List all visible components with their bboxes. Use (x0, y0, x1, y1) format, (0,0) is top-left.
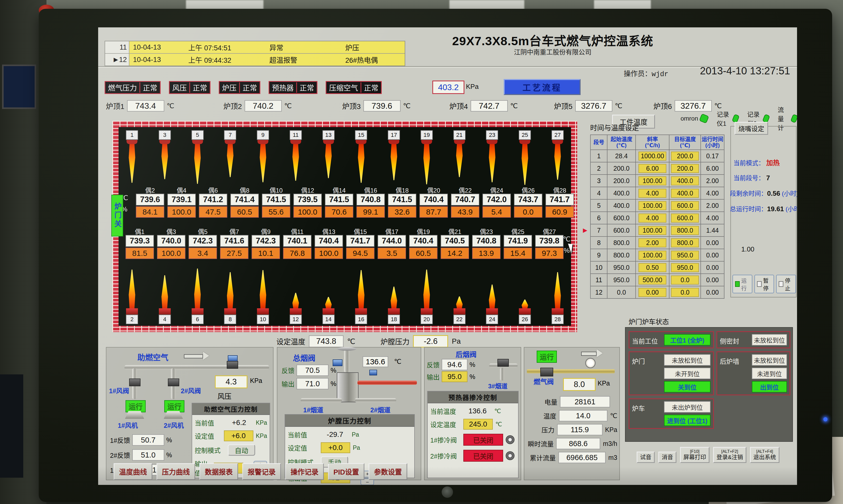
bottom-tab[interactable]: PID设置 (328, 463, 364, 480)
program-cell-value: 800.0 (671, 226, 699, 235)
alarm-list[interactable]: 1110-04-13上午 07:54:51异常炉压▶1210-04-13上午 0… (105, 41, 405, 66)
operator-label: 操作员： (624, 70, 652, 78)
program-row[interactable]: 120.00.000.00.00 (590, 286, 724, 299)
system-button[interactable]: [F10]屏幕打印 (680, 447, 710, 463)
program-cell[interactable]: 200.0 (669, 162, 701, 175)
pause-button[interactable]: 暂停 (754, 275, 774, 293)
program-cell[interactable]: 600.0 (669, 212, 701, 224)
program-cell[interactable]: 4.00 (635, 212, 669, 224)
control-row: 设定值+6.0KPa (195, 430, 267, 441)
system-button[interactable]: [ALT+F2]登录&注销 (713, 447, 747, 463)
program-row[interactable]: 128.41000.00200.00.17 (590, 150, 724, 162)
gas-valve-label: 燃气阀 (534, 376, 554, 386)
control-setpoint-value[interactable]: +6.0 (224, 430, 253, 441)
program-cell[interactable]: 100.00 (635, 249, 669, 261)
stop-button[interactable]: 停止 (776, 275, 796, 293)
duct2-pipe (355, 398, 396, 402)
process-flow-button[interactable]: 工艺流程 (504, 79, 580, 95)
thermocouple-label: 偶8 (240, 185, 249, 194)
burner-base-icon (453, 308, 465, 314)
control-setpoint-value[interactable]: +0.0 (321, 442, 350, 453)
system-button[interactable]: [ALT+F4]退出系统 (750, 447, 779, 463)
alarm-row[interactable]: 1110-04-13上午 07:54:51异常炉压 (105, 41, 405, 54)
system-button-label: 试音 (640, 454, 651, 461)
burner-base-icon (192, 308, 203, 314)
program-cell[interactable]: 800.0 (669, 236, 701, 249)
program-cell[interactable]: 100.00 (635, 224, 669, 236)
program-cell[interactable]: 6.00 (635, 162, 669, 175)
burner-settings-button[interactable]: 烧嘴设定 (735, 122, 768, 135)
program-cell[interactable]: 0.00 (635, 286, 669, 299)
program-cell[interactable]: 0.50 (635, 261, 669, 274)
program-cell[interactable]: 100.00 (635, 175, 669, 187)
thermocouple-output-value: 43.9 (451, 206, 479, 218)
program-row[interactable]: 10950.00.50950.00.00 (590, 261, 724, 274)
control-setpoint-value[interactable]: 245.0 (463, 419, 493, 430)
thermocouple: 偶6741.247.5 (199, 185, 228, 218)
program-cell: 0.0 (607, 286, 635, 299)
program-row[interactable]: 2200.06.00200.06.00 (590, 162, 724, 175)
system-button[interactable]: 消音 (658, 452, 677, 463)
mode-button[interactable]: 自动 (228, 444, 255, 456)
program-row[interactable]: 3200.0100.00400.02.00 (590, 175, 724, 187)
system-button[interactable]: 试音 (636, 452, 655, 463)
program-cell-value: 1000.00 (639, 151, 666, 161)
program-cell[interactable]: 0.0 (669, 274, 701, 286)
program-row[interactable]: 8800.02.00800.00.00 (590, 236, 724, 249)
air-feedback-value: 50.7 (132, 434, 164, 446)
program-row[interactable]: 6600.04.00600.04.00 (590, 212, 724, 224)
burner-base-icon (126, 308, 138, 314)
run-button[interactable]: 运行 (733, 275, 752, 293)
alarm-date: 10-04-13 (129, 54, 185, 66)
thermocouple-label: 偶6 (208, 185, 218, 194)
program-row[interactable]: 9800.0100.00950.00.00 (590, 249, 724, 261)
bottom-tab[interactable]: 参数设置 (369, 463, 407, 480)
bottom-tab[interactable]: 操作记录 (285, 463, 324, 480)
program-cell[interactable]: 950.0 (669, 249, 701, 261)
compressed-air-pressure-value: 403.2 (432, 80, 464, 94)
program-cell[interactable]: 2.00 (635, 236, 669, 249)
burner-number: 28 (551, 314, 564, 324)
program-cell[interactable]: 400.0 (669, 187, 701, 199)
power-led[interactable] (823, 417, 827, 421)
program-cell[interactable]: 950.0 (669, 261, 701, 274)
bottom-tab[interactable]: 温度曲线 (114, 463, 153, 480)
burner-number: 1 (126, 130, 138, 140)
program-row[interactable]: 4400.04.00400.04.00 (590, 187, 724, 199)
gas-panel: 运行 燃气阀 8.0 KPa 电量28161温度14.0℃压力115.9KPa瞬… (524, 347, 620, 480)
program-row[interactable]: ▶7600.0100.00800.01.44 (590, 224, 724, 236)
status-chip: 未放松到位 (752, 354, 787, 366)
program-row[interactable]: 5400.0100.00600.02.00 (590, 199, 724, 212)
fan1-label: 1#风机 (118, 420, 138, 430)
program-cell[interactable]: 500.00 (635, 274, 669, 286)
burner-base-icon (323, 308, 335, 314)
program-cell[interactable]: 0.0 (669, 286, 701, 299)
program-cell[interactable]: 200.0 (669, 150, 701, 162)
program-table[interactable]: 段号起始温度 (℃)斜率 (℃/h)目标温度 (℃)运行时间 (小时)128.4… (590, 134, 724, 299)
smoke-valve-handle (337, 347, 356, 350)
bottom-burner: 16 (353, 270, 369, 324)
valve-actuator-icon[interactable] (506, 451, 515, 460)
program-row[interactable]: 11950.0500.000.00.00 (590, 274, 724, 286)
flame-icon (357, 270, 365, 308)
burner-number: 18 (388, 314, 400, 324)
thermocouple-label: 偶18 (396, 185, 409, 194)
valve-actuator-icon[interactable] (506, 435, 515, 444)
bottom-tab[interactable]: 数据报表 (199, 463, 238, 480)
program-cell[interactable]: 800.0 (669, 224, 701, 236)
alarm-source: 26#热电偶 (342, 54, 405, 66)
burner-base-icon (519, 308, 531, 314)
burner-nozzle-icon (389, 140, 399, 144)
program-cell[interactable]: 4.00 (635, 187, 669, 199)
bottom-tab[interactable]: 压力曲线 (157, 463, 195, 480)
program-cell[interactable]: 1000.00 (635, 150, 669, 162)
program-cell-value: 100.00 (639, 176, 666, 185)
bottom-tab[interactable]: 报警记录 (242, 463, 281, 480)
program-cell[interactable]: 600.0 (669, 199, 701, 212)
program-header-cell: 运行时间 (小时) (701, 135, 724, 150)
alarm-row[interactable]: ▶1210-04-13上午 09:44:32超温报警26#热电偶 (105, 54, 405, 66)
preheater-column: 后烟阀 反馈94.6% 输出95.0% 3#烟道 预热器掺冷控制 当前温度136… (424, 347, 521, 480)
program-cell[interactable]: 100.00 (635, 199, 669, 212)
thermocouple: 偶11740.176.8 (283, 227, 312, 259)
program-cell[interactable]: 400.0 (669, 175, 701, 187)
